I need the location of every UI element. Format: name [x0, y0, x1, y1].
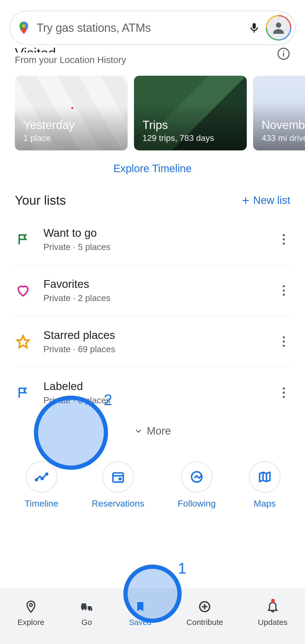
list-item-meta: Private · 2 places	[43, 293, 110, 303]
timeline-card-november[interactable]: November 433 mi driven	[253, 76, 305, 150]
list-item-meta: Private · 5 places	[43, 242, 110, 252]
visited-subtitle: From your Location History	[15, 55, 290, 65]
following-icon	[181, 461, 212, 493]
action-label: Reservations	[92, 498, 144, 509]
chevron-down-icon	[134, 427, 143, 436]
nav-contribute[interactable]: Contribute	[186, 599, 223, 627]
account-avatar[interactable]	[266, 15, 291, 41]
explore-timeline-link[interactable]: Explore Timeline	[0, 150, 305, 182]
nav-label: Explore	[17, 618, 44, 627]
calendar-icon	[102, 461, 134, 493]
svg-point-21	[89, 609, 90, 611]
svg-point-0	[22, 24, 25, 28]
timeline-card-title: November	[262, 118, 305, 132]
svg-rect-9	[113, 473, 123, 482]
svg-point-16	[30, 604, 32, 606]
svg-point-6	[35, 479, 37, 481]
svg-point-8	[46, 473, 48, 475]
action-label: Maps	[254, 498, 276, 509]
action-label: Timeline	[25, 498, 58, 509]
list-item-name: Want to go	[43, 227, 110, 239]
list-item-menu-button[interactable]	[277, 233, 290, 246]
nav-updates[interactable]: Updates	[258, 599, 288, 627]
svg-point-22	[91, 609, 92, 611]
list-item[interactable]: Want to go Private · 5 places	[15, 214, 290, 265]
pin-icon	[24, 599, 38, 614]
list-item-menu-button[interactable]	[277, 284, 290, 297]
timeline-card-title: Trips	[142, 118, 238, 132]
list-item-menu-button[interactable]	[277, 386, 290, 399]
new-list-label: New list	[253, 194, 290, 206]
maps-pin-icon	[16, 20, 31, 35]
callout-marker-2: 2	[34, 396, 108, 470]
timeline-card-sub: 1 place	[23, 133, 119, 143]
nav-label: Go	[81, 618, 92, 627]
svg-point-19	[82, 609, 84, 610]
action-label: Following	[178, 498, 216, 509]
star-icon	[15, 333, 31, 350]
svg-marker-13	[259, 472, 270, 482]
list-item-meta: Private · 69 places	[43, 344, 115, 354]
list-item-menu-button[interactable]	[277, 335, 290, 348]
map-icon	[249, 461, 280, 493]
go-icon	[79, 599, 94, 614]
action-maps[interactable]: Maps	[249, 461, 280, 509]
list-item-name: Favorites	[43, 278, 110, 290]
svg-rect-11	[119, 477, 122, 480]
timeline-card-title: Yesterday	[23, 118, 119, 132]
svg-point-4	[283, 51, 284, 52]
timeline-card-trips[interactable]: Trips 129 trips, 783 days	[134, 76, 247, 150]
heart-icon	[15, 282, 31, 299]
svg-point-20	[85, 609, 86, 610]
search-bar[interactable]: Try gas stations, ATMs	[10, 11, 295, 45]
notification-badge-icon	[271, 599, 275, 602]
nav-label: Contribute	[186, 618, 223, 627]
timeline-card-sub: 433 mi driven	[262, 133, 305, 143]
action-timeline[interactable]: Timeline	[25, 461, 58, 509]
timeline-icon	[26, 461, 57, 493]
timeline-card-yesterday[interactable]: Yesterday 1 place	[15, 76, 128, 150]
more-label: More	[147, 425, 171, 437]
flag-icon	[15, 231, 31, 248]
more-vert-icon	[283, 341, 285, 343]
action-reservations[interactable]: Reservations	[92, 461, 144, 509]
plus-circle-icon	[197, 599, 212, 614]
action-following[interactable]: Following	[178, 461, 216, 509]
svg-point-7	[41, 478, 43, 480]
voice-search-icon[interactable]	[248, 21, 261, 34]
svg-rect-17	[81, 605, 87, 609]
info-icon[interactable]	[277, 47, 290, 60]
list-item-name: Labeled	[43, 380, 110, 393]
nav-explore[interactable]: Explore	[17, 599, 44, 627]
flag-icon	[15, 384, 31, 401]
timeline-cards-row[interactable]: Yesterday 1 place Trips 129 trips, 783 d…	[0, 65, 305, 150]
more-vert-icon	[283, 289, 285, 292]
visited-heading: Visited	[15, 48, 290, 52]
svg-point-1	[276, 23, 281, 28]
your-lists-heading: Your lists	[15, 193, 66, 208]
list-item[interactable]: Favorites Private · 2 places	[15, 265, 290, 316]
search-input[interactable]: Try gas stations, ATMs	[37, 21, 243, 34]
list-item[interactable]: Starred places Private · 69 places	[15, 316, 290, 367]
more-vert-icon	[283, 392, 285, 394]
callout-marker-1: 1	[123, 565, 182, 623]
nav-label: Updates	[258, 618, 288, 627]
list-item-name: Starred places	[43, 329, 115, 342]
new-list-button[interactable]: + New list	[242, 194, 290, 206]
nav-go[interactable]: Go	[79, 599, 94, 627]
timeline-card-sub: 129 trips, 783 days	[142, 133, 238, 143]
more-vert-icon	[283, 238, 285, 240]
svg-rect-18	[82, 603, 86, 605]
svg-marker-5	[17, 336, 29, 348]
